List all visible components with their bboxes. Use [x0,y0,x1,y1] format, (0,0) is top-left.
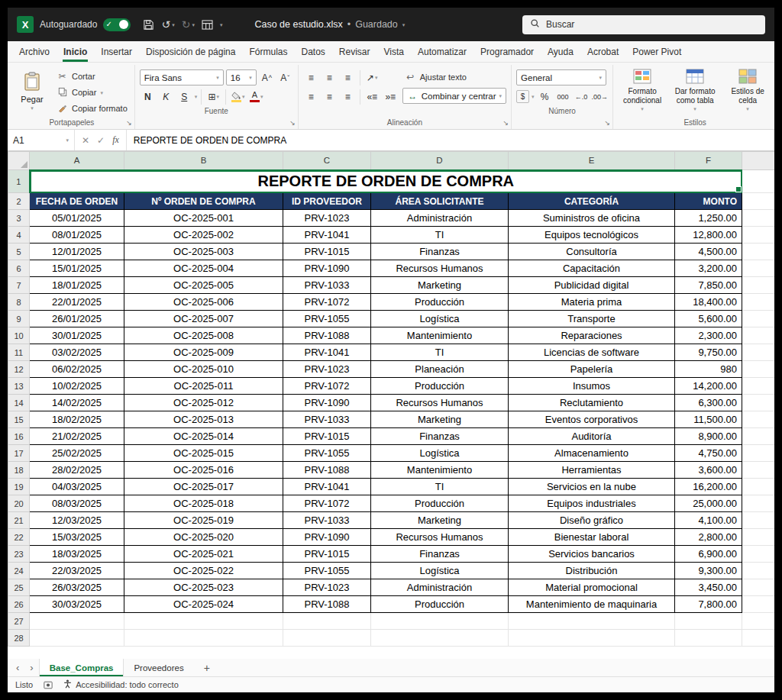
empty-cell[interactable] [742,193,775,210]
data-cell[interactable]: Administración [371,210,509,227]
select-all-corner[interactable] [8,152,30,170]
row-header-5[interactable]: 5 [8,244,30,260]
qat-customize-icon[interactable]: ▾ [220,22,223,27]
data-cell[interactable]: OC-2025-016 [124,462,283,479]
data-cell[interactable]: OC-2025-009 [124,344,283,361]
data-cell[interactable]: 26/03/2025 [30,579,124,596]
data-cell[interactable]: PRV-1072 [283,378,371,395]
row-header-10[interactable]: 10 [8,327,30,344]
row-header-25[interactable]: 25 [8,579,30,596]
data-cell[interactable]: 6,300.00 [675,395,742,411]
ribbon-tab-vista[interactable]: Vista [377,41,411,62]
data-cell[interactable]: Marketing [371,512,509,529]
data-cell[interactable]: PRV-1055 [283,563,371,579]
row-header-23[interactable]: 23 [8,546,30,563]
data-cell[interactable]: 12/03/2025 [30,512,124,529]
row-header-19[interactable]: 19 [8,479,30,495]
data-cell[interactable]: Administración [371,579,509,596]
empty-cell[interactable] [124,613,283,630]
empty-cell[interactable] [742,277,775,294]
data-cell[interactable]: PRV-1072 [283,495,371,512]
empty-cell[interactable] [742,596,775,613]
align-center-icon[interactable]: ≡ [322,89,338,105]
row-header-4[interactable]: 4 [8,227,30,244]
fill-color-icon[interactable]: ▾ [230,89,246,105]
data-cell[interactable]: 7,800.00 [675,596,742,613]
ribbon-tab-acrobat[interactable]: Acrobat [580,41,625,62]
empty-cell[interactable] [742,244,775,260]
data-cell[interactable]: OC-2025-024 [124,596,283,613]
data-cell[interactable]: PRV-1072 [283,294,371,311]
data-cell[interactable]: Transporte [509,311,675,327]
empty-cell[interactable] [742,344,775,361]
row-header-12[interactable]: 12 [8,361,30,378]
empty-cell[interactable] [742,563,775,579]
borders-icon[interactable]: ⊞▾ [205,89,221,105]
data-cell[interactable]: 12,800.00 [675,227,742,244]
ribbon-tab-revisar[interactable]: Revisar [332,41,377,62]
data-cell[interactable]: Capacitación [509,260,675,277]
data-cell[interactable]: 8,900.00 [675,428,742,445]
comma-style-icon[interactable]: 000 [555,89,571,105]
row-header-26[interactable]: 26 [8,596,30,613]
data-cell[interactable]: OC-2025-019 [124,512,283,529]
data-cell[interactable]: 22/03/2025 [30,563,124,579]
conditional-formatting-button[interactable]: Formato condicional ▾ [618,66,667,116]
cancel-icon[interactable]: ✕ [82,135,89,146]
sheet-tab-proveedores[interactable]: Proveedores [124,659,193,676]
italic-button[interactable]: K [158,89,174,105]
autosave-toggle[interactable]: ✓ [103,18,131,31]
paste-button[interactable]: Pegar ▾ [14,66,50,116]
empty-cell[interactable] [742,613,775,630]
row-header-1[interactable]: 1 [8,170,30,193]
data-cell[interactable]: Marketing [371,411,509,428]
align-right-icon[interactable]: ≡ [340,89,356,105]
cell-styles-button[interactable]: Estilos de celda ▾ [723,66,772,116]
empty-cell[interactable] [742,495,775,512]
font-size-select[interactable]: 16▾ [226,69,257,85]
table-header-cell[interactable]: MONTO [675,193,742,210]
data-cell[interactable]: 18/01/2025 [30,277,124,294]
empty-cell[interactable] [742,311,775,327]
data-cell[interactable]: OC-2025-002 [124,227,283,244]
data-cell[interactable]: OC-2025-005 [124,277,283,294]
data-cell[interactable]: OC-2025-023 [124,579,283,596]
empty-cell[interactable] [30,613,124,630]
data-cell[interactable]: PRV-1041 [283,227,371,244]
data-cell[interactable]: PRV-1041 [283,479,371,495]
data-cell[interactable]: Servicios bancarios [509,546,675,563]
data-cell[interactable]: 22/01/2025 [30,294,124,311]
data-cell[interactable]: PRV-1041 [283,344,371,361]
empty-cell[interactable] [371,613,509,630]
row-header-6[interactable]: 6 [8,260,30,277]
empty-cell[interactable] [371,630,509,647]
data-cell[interactable]: OC-2025-012 [124,395,283,411]
number-format-select[interactable]: General▾ [516,69,606,85]
status-mode[interactable]: Listo [15,680,33,689]
merge-center-button[interactable]: ↔ Combinar y centrar ▾ [402,88,506,104]
data-cell[interactable]: Reparaciones [509,327,675,344]
data-cell[interactable]: PRV-1055 [283,311,371,327]
data-cell[interactable]: Finanzas [371,244,509,260]
data-cell[interactable]: OC-2025-017 [124,479,283,495]
cut-button[interactable]: ✂ Cortar [54,69,130,84]
data-cell[interactable]: 12/01/2025 [30,244,124,260]
data-cell[interactable]: OC-2025-011 [124,378,283,395]
empty-cell[interactable] [742,445,775,462]
column-header-partial[interactable] [742,152,775,170]
data-cell[interactable]: Material promocional [509,579,675,596]
data-cell[interactable]: Bienestar laboral [509,529,675,546]
data-cell[interactable]: PRV-1090 [283,260,371,277]
font-color-icon[interactable]: A ▾ [248,89,264,105]
align-top-icon[interactable]: ≡ [303,69,319,85]
empty-cell[interactable] [742,579,775,596]
row-header-15[interactable]: 15 [8,411,30,428]
data-cell[interactable]: Producción [371,378,509,395]
column-header-A[interactable]: A [30,152,124,170]
ribbon-tab-disposición-de-página[interactable]: Disposición de página [139,41,242,62]
excel-app-icon[interactable]: X [17,16,34,33]
data-cell[interactable]: Licencias de software [509,344,675,361]
row-header-18[interactable]: 18 [8,462,30,479]
align-middle-icon[interactable]: ≡ [322,69,338,85]
data-cell[interactable]: Producción [371,596,509,613]
